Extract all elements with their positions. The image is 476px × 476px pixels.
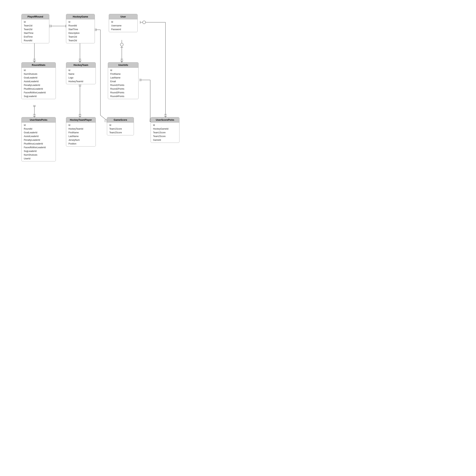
- field-HockeyGame-Id: Id: [66, 20, 95, 24]
- entity-fields-User: Id Username Password: [109, 19, 137, 32]
- field-UserScorePicks-Id: Id: [151, 123, 179, 127]
- field-HockeyGame-Team1Id: Team1Id: [66, 35, 95, 39]
- svg-point-26: [143, 21, 146, 24]
- field-UserScorePicks-GameId: GameId: [151, 138, 179, 142]
- field-RoundStats-Id: Id: [22, 68, 56, 72]
- field-HockeyTeamPlayer-LastName: LastName: [66, 135, 96, 138]
- svg-line-28: [164, 116, 166, 117]
- entity-fields-RoundStats: Id NumShutouts GoalLeaderId AssistLeader…: [22, 68, 56, 99]
- entity-HockeyTeamPlayer: HockeyTeamPlayer Id HockeyTeamId FirstNa…: [66, 117, 96, 147]
- svg-line-52: [101, 115, 107, 121]
- field-RoundStats-SogLeaderId: SogLeaderId: [22, 94, 56, 98]
- entity-header-UserInfo: UserInfo: [108, 63, 138, 68]
- svg-line-13: [79, 60, 80, 62]
- field-GameScore-Id: Id: [107, 123, 134, 127]
- field-User-Password: Password: [109, 28, 137, 31]
- field-UserInfo-Round4Points: Round4Points: [108, 94, 138, 98]
- svg-line-46: [150, 120, 150, 122]
- entity-header-HockeyTeam: HockeyTeam: [66, 63, 96, 68]
- field-UserStatsPicks-NumShutouts: NumShutouts: [22, 153, 56, 157]
- entity-fields-GameScore: Id Team1Score Team2Score: [107, 122, 134, 135]
- field-UserStatsPicks-UserId: UserId: [22, 157, 56, 160]
- entity-fields-UserInfo: Id FirstName LastName Email Round1Points…: [108, 68, 138, 99]
- field-PlayoffRound-StartTime: StartTime: [22, 31, 49, 35]
- field-PlayoffRound-Id: Id: [22, 20, 49, 24]
- field-HockeyTeam-Id: Id: [66, 68, 96, 72]
- entity-UserStatsPicks: UserStatsPicks Id RoundId GoalLeaderId A…: [21, 117, 56, 161]
- field-UserInfo-Round3Points: Round3Points: [108, 91, 138, 94]
- svg-line-21: [122, 60, 123, 62]
- entity-header-UserStatsPicks: UserStatsPicks: [22, 117, 56, 122]
- entity-UserInfo: UserInfo Id FirstName LastName Email Rou…: [108, 62, 138, 99]
- entity-header-GameScore: GameScore: [107, 117, 134, 122]
- svg-line-39: [34, 116, 36, 117]
- entity-fields-HockeyGame: Id RoundId StartTime Description Team1Id…: [66, 19, 95, 43]
- field-UserStatsPicks-FaceoffsWonLeaderId: FaceoffsWonLeaderId: [22, 146, 56, 149]
- field-UserInfo-Id: Id: [108, 68, 138, 72]
- svg-line-14: [80, 60, 81, 62]
- field-UserInfo-FirstName: FirstName: [108, 72, 138, 76]
- entity-header-User: User: [109, 14, 137, 19]
- svg-line-29: [166, 116, 167, 117]
- entity-fields-HockeyTeam: Id Name Logo HockeyTeamId: [66, 68, 96, 84]
- field-UserInfo-Round1Points: Round1Points: [108, 83, 138, 87]
- field-HockeyTeamPlayer-Id: Id: [66, 123, 96, 127]
- entity-header-UserScorePicks: UserScorePicks: [151, 117, 179, 122]
- field-UserStatsPicks-SogLeaderId: SogLeaderId: [22, 149, 56, 153]
- field-PlayoffRound-EndTime: EndTime: [22, 35, 49, 39]
- field-UserStatsPicks-AssistLeaderId: AssistLeaderId: [22, 135, 56, 138]
- field-UserStatsPicks-GoalLeaderId: GoalLeaderId: [22, 131, 56, 135]
- field-HockeyGame-Description: Description: [66, 31, 95, 35]
- field-UserScorePicks-HockeyGameId: HockeyGameId: [151, 127, 179, 131]
- entity-HockeyTeam: HockeyTeam Id Name Logo HockeyTeamId: [66, 62, 96, 84]
- entity-header-HockeyGame: HockeyGame: [66, 14, 95, 19]
- field-HockeyTeamPlayer-Position: Position: [66, 142, 96, 146]
- field-HockeyGame-Team2Id: Team2Id: [66, 39, 95, 42]
- field-UserStatsPicks-PenaltyLeaderId: PenaltyLeaderId: [22, 138, 56, 142]
- field-HockeyGame-StartTime: StartTime: [66, 28, 95, 31]
- svg-line-32: [79, 116, 80, 117]
- entity-header-PlayoffRound: PlayoffRound: [22, 14, 49, 19]
- entity-fields-UserStatsPicks: Id RoundId GoalLeaderId AssistLeaderId P…: [22, 122, 56, 161]
- field-HockeyTeamPlayer-HockeyTeamId: HockeyTeamId: [66, 127, 96, 131]
- field-HockeyTeamPlayer-JerseyNum: JerseyNum: [66, 138, 96, 142]
- field-GameScore-Team2Score: Team2Score: [107, 131, 134, 135]
- field-User-Id: Id: [109, 20, 137, 24]
- field-RoundStats-PlusMinusLeaderId: PlusMinusLeaderId: [22, 87, 56, 91]
- field-UserInfo-LastName: LastName: [108, 76, 138, 80]
- svg-point-19: [120, 43, 123, 46]
- svg-line-33: [80, 116, 81, 117]
- field-HockeyTeam-Name: Name: [66, 72, 96, 76]
- svg-line-7: [33, 60, 34, 62]
- entity-fields-HockeyTeamPlayer: Id HockeyTeamId FirstName LastName Jerse…: [66, 122, 96, 146]
- entity-fields-UserScorePicks: Id HockeyGameId Team1Score Team2Score Ga…: [151, 122, 179, 143]
- field-PlayoffRound-RoundId: RoundId: [22, 39, 49, 42]
- field-HockeyTeam-HockeyTeamId: HockeyTeamId: [66, 80, 96, 83]
- field-RoundStats-FaceoffsWonLeaderId: FaceoffsWonLeaderId: [22, 91, 56, 94]
- entity-header-HockeyTeamPlayer: HockeyTeamPlayer: [66, 117, 96, 122]
- field-HockeyTeam-Logo: Logo: [66, 76, 96, 80]
- entity-GameScore: GameScore Id Team1Score Team2Score: [107, 117, 134, 135]
- erd-diagram: PlayoffRound Id Team1Id Team2Id StartTim…: [0, 0, 204, 204]
- entity-User: User Id Username Password: [109, 14, 137, 32]
- field-RoundStats-GoalLeaderId: GoalLeaderId: [22, 76, 56, 80]
- entity-HockeyGame: HockeyGame Id RoundId StartTime Descript…: [66, 14, 95, 43]
- svg-line-8: [34, 60, 36, 62]
- svg-line-20: [120, 60, 122, 62]
- field-RoundStats-AssistLeaderId: AssistLeaderId: [22, 80, 56, 83]
- field-UserScorePicks-Team2Score: Team2Score: [151, 135, 179, 138]
- field-UserInfo-Email: Email: [108, 80, 138, 83]
- field-UserInfo-Round2Points: Round2Points: [108, 87, 138, 91]
- field-UserStatsPicks-Id: Id: [22, 123, 56, 127]
- field-GameScore-Team1Score: Team1Score: [107, 127, 134, 131]
- entity-RoundStats: RoundStats Id NumShutouts GoalLeaderId A…: [21, 62, 56, 99]
- field-PlayoffRound-Team1Id: Team1Id: [22, 24, 49, 28]
- entity-fields-PlayoffRound: Id Team1Id Team2Id StartTime EndTime Rou…: [22, 19, 49, 43]
- field-PlayoffRound-Team2Id: Team2Id: [22, 28, 49, 31]
- entity-header-RoundStats: RoundStats: [22, 63, 56, 68]
- entity-PlayoffRound: PlayoffRound Id Team1Id Team2Id StartTim…: [21, 14, 49, 43]
- field-UserScorePicks-Team1Score: Team1Score: [151, 131, 179, 135]
- field-UserStatsPicks-PlusMinusLeaderId: PlusMinusLeaderId: [22, 142, 56, 146]
- field-UserStatsPicks-RoundId: RoundId: [22, 127, 56, 131]
- svg-line-38: [33, 116, 34, 117]
